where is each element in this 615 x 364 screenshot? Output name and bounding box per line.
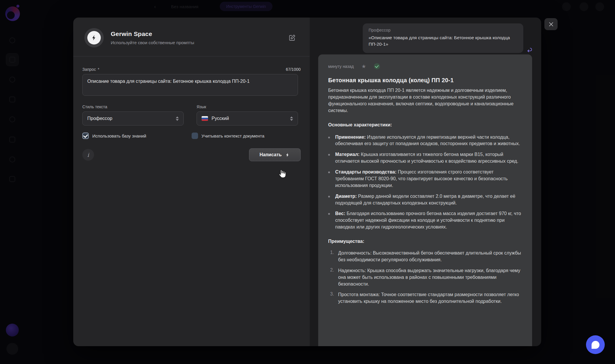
gerwin-space-modal: Gerwin Space Используйте свои собственны… (73, 18, 541, 346)
approved-check-icon[interactable] (374, 63, 380, 69)
regenerate-icon[interactable] (527, 47, 532, 54)
bullet-dot-icon (328, 213, 330, 215)
checkbox-icon (82, 133, 89, 139)
prompt-label: Запрос* (82, 67, 99, 72)
characteristic-item: Материал: Крышка изготавливается из тяже… (328, 151, 522, 165)
mouse-cursor (278, 170, 286, 180)
style-value: Профессор (87, 116, 172, 121)
request-text: «Описание товара для страницы сайта: Бет… (369, 35, 517, 48)
characteristics-heading: Основные характеристики: (328, 122, 522, 128)
chat-bubble-icon (592, 341, 599, 349)
favorite-star-icon[interactable]: ★ (361, 64, 366, 69)
advantages-list: 1. Долговечность: Высококачественный бет… (328, 250, 522, 305)
prompt-input[interactable]: Описание товара для страницы сайта: Бето… (82, 74, 298, 96)
result-panel: Профессор «Описание товара для страницы … (310, 18, 541, 346)
chat-widget-button[interactable] (586, 335, 605, 354)
space-avatar (84, 28, 104, 47)
lightning-bolt-icon (285, 152, 290, 157)
write-button[interactable]: Написать (249, 148, 301, 161)
bullet-dot-icon (328, 154, 330, 156)
request-bubble: Профессор «Описание товара для страницы … (363, 23, 523, 53)
result-title: Бетонная крышка колодца (колец) ПП 20-1 (328, 77, 522, 84)
characteristic-item: Диаметр: Размер данной модели составляет… (328, 193, 522, 207)
russian-flag-icon (202, 116, 208, 121)
bullet-dot-icon (328, 196, 330, 198)
generated-result-card: минуту назад ★ Бетонная крышка колодца (… (318, 54, 532, 346)
bullet-dot-icon (328, 171, 330, 173)
language-label: Язык (197, 104, 298, 109)
modal-subtitle: Используйте свои собственные промпты (111, 40, 194, 45)
compose-icon[interactable] (286, 31, 299, 44)
required-asterisk: * (98, 67, 99, 72)
characteristic-item: Стандарты производства: Процесс изготовл… (328, 169, 522, 189)
bullet-dot-icon (328, 137, 330, 138)
document-context-checkbox[interactable]: Учитывать контекст документа (192, 133, 301, 139)
chevron-updown-icon (290, 116, 293, 121)
prompt-form-panel: Gerwin Space Используйте свои собственны… (73, 18, 310, 346)
style-select[interactable]: Профессор (82, 111, 184, 126)
list-number: 2. (328, 267, 334, 288)
result-intro: Бетонная крышка колодца ПП 20-1 является… (328, 87, 522, 114)
info-icon[interactable]: i (82, 149, 94, 161)
close-icon[interactable] (544, 18, 558, 30)
advantage-item: 2. Надежность: Крышка способна выдержать… (328, 267, 522, 288)
modal-title: Gerwin Space (111, 30, 194, 37)
list-number: 3. (328, 291, 334, 305)
characteristics-list: Применение: Изделие используется для гер… (328, 134, 522, 231)
checkbox-icon (192, 133, 198, 139)
advantage-item: 1. Долговечность: Высококачественный бет… (328, 250, 522, 263)
knowledge-base-checkbox[interactable]: Использовать базу знаний (82, 133, 192, 139)
language-value: Русский (212, 116, 287, 121)
result-timestamp: минуту назад (328, 64, 354, 69)
char-counter: 67/1000 (286, 67, 301, 72)
list-number: 1. (328, 250, 334, 263)
advantage-item: 3. Простота монтажа: Точное соответствие… (328, 291, 522, 305)
advantages-heading: Преимущества: (328, 239, 522, 244)
characteristic-item: Вес: Благодаря использованию прочного бе… (328, 210, 522, 231)
request-style-label: Профессор (369, 28, 517, 32)
language-select[interactable]: Русский (197, 111, 298, 126)
characteristic-item: Применение: Изделие используется для гер… (328, 134, 522, 147)
lightning-bolt-icon (87, 31, 101, 44)
chevron-updown-icon (176, 116, 179, 121)
style-label: Стиль текста (82, 104, 184, 109)
